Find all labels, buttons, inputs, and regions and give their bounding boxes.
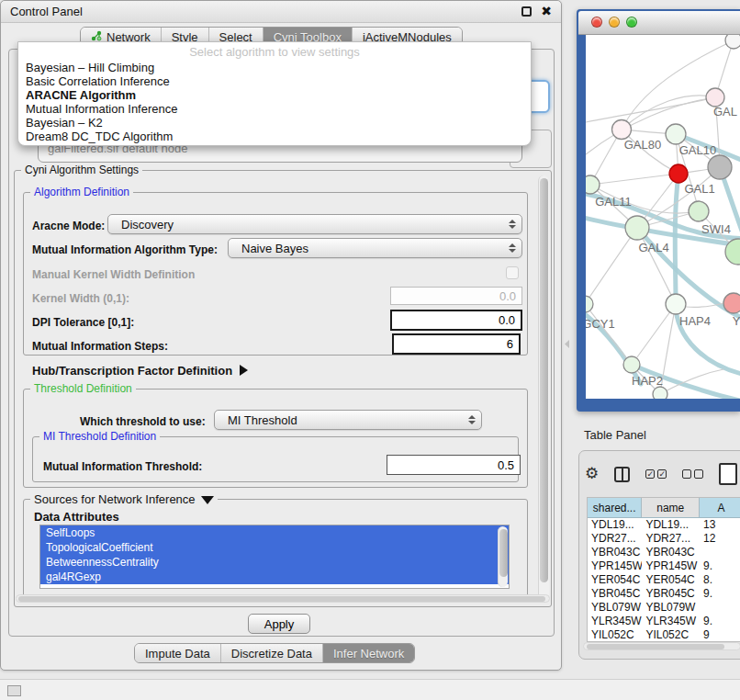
gear-icon[interactable]: ⚙ [585,465,599,483]
mac-close-icon[interactable] [591,17,602,28]
column-header[interactable]: A [700,498,740,517]
which-threshold-label: Which threshold to use: [80,415,206,428]
which-threshold-combo[interactable]: MI Threshold [214,410,482,430]
attribute-list-scrollbar[interactable] [498,526,508,587]
mac-minimize-icon[interactable] [609,17,620,28]
network-node[interactable] [586,296,593,312]
algorithm-option[interactable]: Bayesian – K2 [18,116,531,130]
hub-definition-label: Hub/Transcription Factor Definition [32,364,232,378]
mi-steps-field[interactable] [392,333,521,355]
algorithm-option[interactable]: Dream8 DC_TDC Algorithm [18,130,531,143]
table-cell: YER054C [642,573,700,587]
manual-kernel-checkbox[interactable] [506,266,519,279]
algorithm-option[interactable]: ARACNE Algorithm [18,88,531,102]
mi-type-combo[interactable]: Naive Bayes [228,238,522,258]
network-node[interactable] [706,88,724,107]
table-cell [700,601,740,615]
table-row[interactable]: YDR27...YDR27...12 [588,532,740,546]
attribute-item[interactable]: BetweennessCentrality [40,555,509,570]
dpi-tolerance-label: DPI Tolerance [0,1]: [32,316,134,329]
network-window-titlebar[interactable] [578,11,740,35]
data-attributes-header: Data Attributes [34,510,119,524]
network-node[interactable] [725,35,740,49]
hub-definition-toggle[interactable]: Hub/Transcription Factor Definition [32,364,248,378]
attribute-item[interactable]: SelfLoops [40,525,509,540]
sources-group-title[interactable]: Sources for Network Inference [30,492,218,506]
table-file-icon[interactable] [719,463,737,485]
kernel-width-field[interactable] [390,287,522,305]
mi-type-value: Naive Bayes [241,242,509,255]
table-horizontal-scrollbar[interactable] [583,642,740,650]
data-attributes-list[interactable]: SelfLoopsTopologicalCoefficientBetweenne… [39,525,510,589]
scrollbar-thumb[interactable] [499,529,508,577]
table-cell: YDR27... [642,532,700,546]
attribute-item[interactable]: TopologicalCoefficient [40,540,509,555]
algorithm-option[interactable]: Basic Correlation Inference [18,74,531,88]
node-label: Y [733,314,740,328]
node-attribute-table[interactable]: shared...nameA YDL19...YDL19...13YDR27..… [587,497,740,642]
table-row[interactable]: YBL079WYBL079W [588,601,740,615]
columns-icon[interactable] [614,467,630,482]
apply-button[interactable]: Apply [248,614,310,634]
network-node[interactable] [653,387,667,399]
network-node[interactable] [625,216,649,240]
splitter-handle[interactable] [565,340,569,348]
network-graph[interactable]: GALGAL80GAL10GAL1GAL11SWI4GAL4GCY1HAP4YH… [586,35,740,399]
table-cell: 8. [700,573,740,587]
mi-type-label: Mutual Information Algorithm Type: [32,243,218,256]
network-node[interactable] [623,356,640,373]
algorithm-dropdown-list: Select algorithm to view settings Bayesi… [17,41,532,146]
tab-impute-data[interactable]: Impute Data [135,644,221,662]
table-row[interactable]: YPR145WYPR145W9. [588,559,740,573]
network-node[interactable] [689,201,709,221]
table-row[interactable]: YER054CYER054C8. [588,573,740,587]
stepper-arrows-icon [468,415,476,424]
algorithm-option[interactable]: Bayesian – Hill Climbing [18,61,531,74]
network-edge [590,174,678,185]
mac-zoom-icon[interactable] [626,17,637,28]
settings-vertical-scrollbar[interactable] [538,175,549,602]
scrollbar-thumb[interactable] [18,596,545,602]
tab-infer-network[interactable]: Infer Network [323,644,414,662]
dpi-tolerance-field[interactable] [390,310,522,331]
network-canvas[interactable]: GALGAL80GAL10GAL1GAL11SWI4GAL4GCY1HAP4YH… [586,35,740,399]
column-header[interactable]: shared... [588,498,642,517]
node-label: GAL80 [624,138,661,152]
attribute-item[interactable]: gal4RGexp [40,570,509,584]
panel-grip-icon[interactable] [7,685,21,696]
settings-horizontal-scrollbar[interactable] [16,594,550,603]
column-header[interactable]: name [642,498,700,517]
network-node[interactable] [666,124,686,144]
network-node[interactable] [586,175,600,194]
network-node[interactable] [612,120,632,140]
bottom-strip [0,680,740,700]
table-row[interactable]: YBR043CYBR043C [588,546,740,559]
node-label: GAL1 [684,182,714,196]
aracne-mode-combo[interactable]: Discovery [107,214,522,234]
close-panel-icon[interactable]: ✖ [541,6,552,17]
scrollbar-thumb[interactable] [540,178,548,582]
mi-threshold-field[interactable] [387,455,521,475]
tab-discretize-data[interactable]: Discretize Data [221,644,323,662]
table-row[interactable]: YIL052CYIL052C9 [588,628,740,642]
network-node[interactable] [708,155,732,179]
table-row[interactable]: YDL19...YDL19...13 [588,518,740,532]
node-label: SWI4 [701,222,731,236]
node-label: GAL10 [679,143,716,157]
table-row[interactable]: YBR045CYBR045C9. [588,587,740,601]
table-cell: YBR043C [642,546,700,559]
float-panel-icon[interactable] [521,6,532,17]
table-cell: 9. [700,559,740,573]
table-cell: YIL052C [588,628,642,642]
collapse-arrow-icon [201,496,214,504]
deselect-all-checkboxes-icon[interactable] [682,469,703,479]
select-all-checkboxes-icon[interactable]: ✓✓ [645,469,667,479]
network-node[interactable] [669,164,688,183]
network-node[interactable] [723,293,740,313]
network-node[interactable] [666,294,686,314]
table-row[interactable]: YLR345WYLR345W9. [588,615,740,628]
table-cell: YDL19... [588,518,642,532]
scrollbar-thumb[interactable] [587,644,724,649]
algorithm-option[interactable]: Mutual Information Inference [18,102,531,116]
table-rows: YDL19...YDL19...13YDR27...YDR27...12YBR0… [588,518,740,642]
